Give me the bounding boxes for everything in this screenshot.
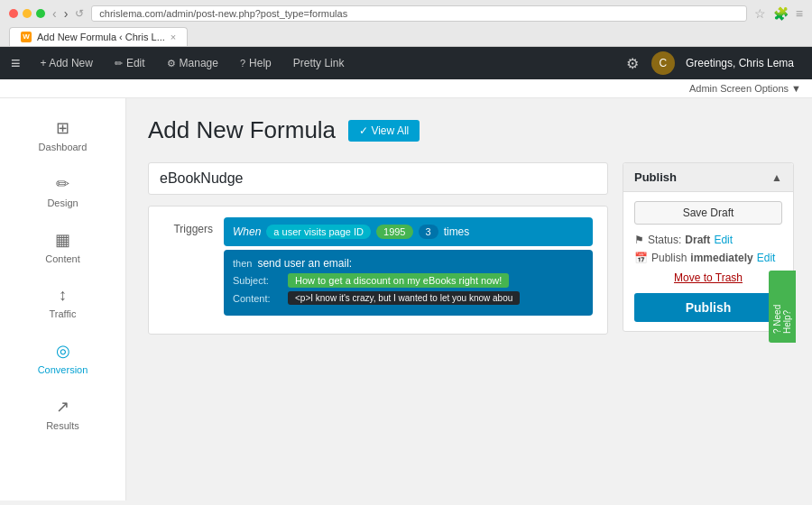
- menu-icon[interactable]: ≡: [796, 6, 803, 21]
- publish-when-meta: 📅 Publish immediately Edit: [634, 252, 782, 264]
- maximize-dot[interactable]: [36, 9, 45, 18]
- form-area: Triggers When a user visits page ID 1995…: [148, 162, 794, 343]
- sidebar-item-design[interactable]: ✏ Design: [0, 163, 125, 219]
- subject-label: Subject:: [233, 275, 282, 286]
- help-menu[interactable]: ? Help: [231, 47, 281, 79]
- sidebar-item-dashboard[interactable]: ⊞ Dashboard: [0, 107, 125, 163]
- publish-box-body: Save Draft ⚑ Status: Draft Edit 📅 Publis…: [623, 192, 793, 331]
- screen-options-bar[interactable]: Admin Screen Options ▼: [0, 79, 812, 98]
- page-header: Add New Formula ✓ View All: [148, 116, 794, 144]
- design-icon: ✏: [56, 174, 69, 194]
- content-row: Content: <p>I know it's crazy, but I wan…: [233, 291, 584, 305]
- then-label: then: [233, 258, 252, 269]
- then-text: send user an email:: [257, 257, 352, 270]
- traffic-icon: ↕: [59, 286, 67, 305]
- status-meta: ⚑ Status: Draft Edit: [634, 234, 782, 246]
- page-title: Add New Formula: [148, 116, 336, 144]
- screen-options-chevron: ▼: [791, 83, 801, 94]
- refresh-button[interactable]: ↺: [75, 7, 84, 20]
- formula-name-input[interactable]: [148, 162, 608, 195]
- sidebar-item-results[interactable]: ↗ Results: [0, 386, 125, 442]
- subject-value[interactable]: How to get a discount on my eBooks right…: [288, 273, 509, 288]
- greeting-text: Greetings, Chris Lema: [678, 57, 801, 69]
- publish-box-title: Publish: [634, 170, 677, 184]
- status-value: Draft: [685, 234, 710, 246]
- tab-title: Add New Formula ‹ Chris L...: [37, 32, 165, 42]
- publish-button[interactable]: Publish: [634, 293, 782, 322]
- results-icon: ↗: [56, 397, 69, 417]
- flag-icon: ⚑: [634, 234, 644, 246]
- times-count-pill[interactable]: 3: [419, 225, 438, 239]
- publish-box-header: Publish ▲: [623, 163, 793, 192]
- extensions-icon[interactable]: 🧩: [773, 6, 789, 21]
- forward-arrow[interactable]: ›: [64, 6, 69, 21]
- content-value[interactable]: <p>I know it's crazy, but I wanted to le…: [288, 291, 520, 305]
- publish-label: Publish: [651, 252, 687, 264]
- nav-controls: ‹ › ↺: [52, 6, 84, 21]
- save-draft-button[interactable]: Save Draft: [634, 201, 782, 225]
- active-tab[interactable]: W Add New Formula ‹ Chris L... ×: [9, 27, 188, 46]
- sidebar-label-results: Results: [46, 420, 79, 431]
- main-layout: ⊞ Dashboard ✏ Design ▦ Content ↕ Traffic…: [0, 98, 812, 500]
- settings-icon[interactable]: ⚙: [617, 55, 648, 72]
- sidebar: ⊞ Dashboard ✏ Design ▦ Content ↕ Traffic…: [0, 98, 126, 500]
- content-label: Content:: [233, 293, 282, 304]
- window-controls: [9, 9, 45, 18]
- triggers-row: Triggers When a user visits page ID 1995…: [163, 217, 593, 316]
- move-to-trash-link[interactable]: Move to Trash: [634, 271, 782, 284]
- status-label: Status:: [648, 234, 681, 246]
- manage-menu[interactable]: ⚙ Manage: [158, 47, 227, 79]
- bookmark-icon[interactable]: ☆: [754, 6, 766, 21]
- need-help-button[interactable]: ? Need Help?: [769, 271, 796, 343]
- form-main: Triggers When a user visits page ID 1995…: [148, 162, 608, 343]
- edit-menu[interactable]: ✏ Edit: [106, 47, 154, 79]
- action-block: then send user an email: Subject: How to…: [224, 250, 593, 316]
- sidebar-item-content[interactable]: ▦ Content: [0, 219, 125, 275]
- conversion-icon: ◎: [56, 341, 70, 361]
- sidebar-item-traffic[interactable]: ↕ Traffic: [0, 275, 125, 330]
- trigger-condition-pill[interactable]: a user visits page ID: [266, 225, 371, 239]
- sidebar-item-conversion[interactable]: ◎ Conversion: [0, 330, 125, 386]
- calendar-icon: 📅: [634, 252, 648, 264]
- sidebar-label-conversion: Conversion: [38, 364, 88, 375]
- sidebar-label-dashboard: Dashboard: [39, 142, 88, 152]
- sidebar-label-design: Design: [47, 197, 78, 208]
- admin-bar-right: ⚙ C Greetings, Chris Lema: [617, 51, 801, 75]
- tab-close-button[interactable]: ×: [171, 32, 176, 42]
- status-edit-link[interactable]: Edit: [714, 234, 733, 246]
- publish-collapse-arrow[interactable]: ▲: [771, 171, 782, 184]
- view-all-button[interactable]: ✓ View All: [348, 120, 420, 142]
- back-arrow[interactable]: ‹: [52, 6, 57, 21]
- publish-sidebar: Publish ▲ Save Draft ⚑ Status: Draft Edi…: [623, 162, 794, 343]
- then-row: then send user an email:: [233, 257, 584, 270]
- close-dot[interactable]: [9, 9, 18, 18]
- help-icon: ?: [240, 58, 245, 69]
- sidebar-label-content: Content: [45, 253, 80, 264]
- when-text: When: [233, 225, 261, 238]
- browser-chrome: ‹ › ↺ chrislema.com/admin/post-new.php?p…: [0, 0, 812, 47]
- user-avatar[interactable]: C: [651, 51, 675, 75]
- sidebar-label-traffic: Traffic: [50, 308, 77, 319]
- trigger-block: When a user visits page ID 1995 3 times: [224, 217, 593, 246]
- address-bar[interactable]: chrislema.com/admin/post-new.php?post_ty…: [91, 5, 746, 22]
- manage-icon: ⚙: [167, 58, 176, 69]
- triggers-label: Triggers: [163, 217, 213, 235]
- times-text: times: [444, 225, 470, 238]
- triggers-actions-container: Triggers When a user visits page ID 1995…: [149, 207, 607, 334]
- wp-admin-bar: ≡ + Add New ✏ Edit ⚙ Manage ? Help Prett…: [0, 47, 812, 79]
- minimize-dot[interactable]: [23, 9, 32, 18]
- publish-edit-link[interactable]: Edit: [757, 252, 776, 264]
- content-icon: ▦: [55, 230, 70, 250]
- publish-when: immediately: [690, 252, 752, 264]
- pretty-link-menu[interactable]: Pretty Link: [284, 47, 354, 79]
- page-id-pill[interactable]: 1995: [376, 225, 412, 239]
- editor-section: Triggers When a user visits page ID 1995…: [148, 206, 608, 335]
- edit-icon: ✏: [115, 58, 123, 69]
- content-area: Add New Formula ✓ View All Triggers When…: [126, 98, 812, 500]
- dashboard-icon: ⊞: [56, 118, 69, 138]
- add-new-menu[interactable]: + Add New: [32, 47, 102, 79]
- trigger-content: When a user visits page ID 1995 3 times …: [224, 217, 593, 316]
- tab-favicon: W: [21, 32, 32, 42]
- wp-logo[interactable]: ≡: [11, 54, 21, 73]
- browser-tabs: W Add New Formula ‹ Chris L... ×: [9, 27, 803, 46]
